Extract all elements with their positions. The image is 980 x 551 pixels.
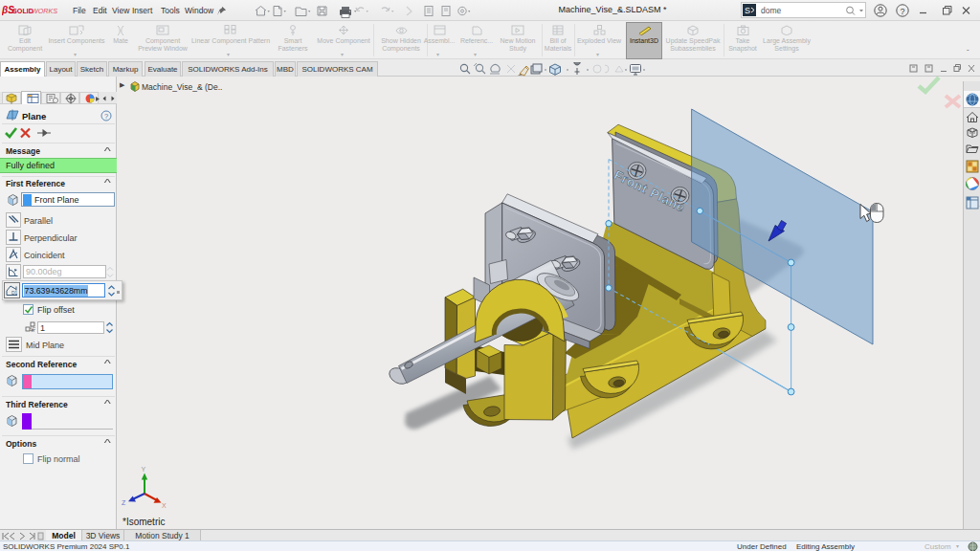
svg-text:Z: Z	[122, 499, 126, 506]
svg-text:SOLID: SOLID	[12, 7, 33, 15]
svg-text:D1: D1	[11, 290, 18, 296]
svg-text:WORKS: WORKS	[32, 7, 57, 15]
svg-text:X: X	[162, 502, 167, 509]
svg-text:?: ?	[104, 112, 108, 121]
svg-text:Y: Y	[142, 466, 146, 473]
svg-text:#: #	[32, 327, 34, 333]
svg-text:?: ?	[901, 7, 905, 16]
svg-text:S: S	[745, 6, 750, 15]
